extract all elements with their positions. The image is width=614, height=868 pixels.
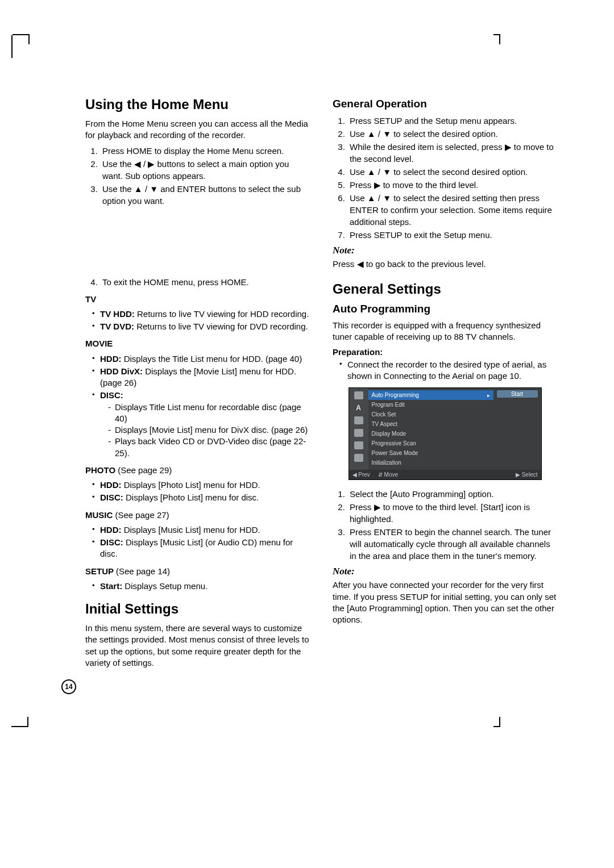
list-item: DISC: Displays [Music List] (or Audio CD… xyxy=(93,537,310,560)
osd-menu-item: Display Mode xyxy=(368,429,493,439)
list-item: Connect the recorder to the desired type… xyxy=(341,359,557,382)
osd-menu-item: Clock Set xyxy=(368,410,493,419)
list-item: HDD: Displays [Photo List] menu for HDD. xyxy=(93,479,310,491)
home-menu-intro: From the Home Menu screen you can access… xyxy=(85,118,310,141)
general-operation-steps: Press SETUP and the Setup menu appears. … xyxy=(333,115,557,241)
crop-mark-icon xyxy=(478,35,500,58)
list-item: Use ▲ / ▼ to select the desired option. xyxy=(347,128,557,140)
heading-using-home-menu: Using the Home Menu xyxy=(85,97,310,112)
chevron-right-icon: ▸ xyxy=(487,393,490,398)
note-heading: Note: xyxy=(333,244,557,257)
list-item: Start: Displays Setup menu. xyxy=(93,581,310,592)
preparation-list: Connect the recorder to the desired type… xyxy=(333,359,557,382)
list-item: Press ▶ to move to the third level. xyxy=(347,179,557,191)
crop-mark-icon xyxy=(11,703,34,726)
recording-icon xyxy=(354,441,363,449)
list-item: Displays [Movie List] menu for DivX disc… xyxy=(108,424,310,436)
category-setup: SETUP (See page 14) xyxy=(85,566,310,577)
heading-general-operation: General Operation xyxy=(333,98,557,110)
home-menu-steps-cont: To exit the HOME menu, press HOME. xyxy=(85,276,310,288)
disc-icon xyxy=(354,454,363,462)
osd-hint-select: ▶ Select xyxy=(516,471,538,478)
osd-menu-list: Auto Programming▸ Program Edit Clock Set… xyxy=(368,388,493,470)
music-options: HDD: Displays [Music List] menu for HDD.… xyxy=(85,524,310,560)
note-text: Press ◀ to go back to the previous level… xyxy=(333,258,557,270)
list-item: HDD: Displays the Title List menu for HD… xyxy=(93,353,310,365)
list-item: While the desired item is selected, pres… xyxy=(347,141,557,165)
list-item: Use the ▲ / ▼ and ENTER buttons to selec… xyxy=(100,183,310,207)
audio-icon xyxy=(354,416,363,424)
left-column: Using the Home Menu From the Home Menu s… xyxy=(85,97,310,672)
list-item: Press HOME to display the Home Menu scre… xyxy=(100,145,310,157)
list-item: Press SETUP and the Setup menu appears. xyxy=(347,115,557,127)
list-item: Press ▶ to move to the third level. [Sta… xyxy=(347,501,557,525)
initial-settings-para: In this menu system, there are several w… xyxy=(85,623,310,669)
tv-icon xyxy=(354,391,363,399)
osd-menu-item: TV Aspect xyxy=(368,419,493,429)
list-item: Press SETUP to exit the Setup menu. xyxy=(347,229,557,241)
osd-hint-prev: ◀ Prev xyxy=(352,471,370,478)
osd-action-pane: Start xyxy=(493,388,541,470)
heading-auto-programming: Auto Programming xyxy=(333,303,557,315)
list-item: HDD: Displays [Music List] menu for HDD. xyxy=(93,524,310,536)
osd-footer-hints: ◀ Prev ⇵ Move ▶ Select xyxy=(349,470,541,479)
movie-options: HDD: Displays the Title List menu for HD… xyxy=(85,353,310,459)
osd-menu-item-selected: Auto Programming▸ xyxy=(368,390,493,400)
list-item: Displays Title List menu for recordable … xyxy=(108,402,310,425)
osd-menu-item: Program Edit xyxy=(368,400,493,410)
home-menu-steps: Press HOME to display the Home Menu scre… xyxy=(85,145,310,207)
setup-options: Start: Displays Setup menu. xyxy=(85,581,310,592)
list-item: TV HDD: Returns to live TV viewing for H… xyxy=(93,308,310,320)
note-heading: Note: xyxy=(333,565,557,578)
osd-hint-move: ⇵ Move xyxy=(378,471,398,478)
page-number: 14 xyxy=(61,679,76,694)
manual-page: Using the Home Menu From the Home Menu s… xyxy=(0,0,614,868)
lock-icon xyxy=(354,429,363,437)
list-item: Use ▲ / ▼ to select the desired setting … xyxy=(347,192,557,228)
category-tv: TV xyxy=(85,294,310,305)
list-item: DISC: Displays [Photo List] menu for dis… xyxy=(93,492,310,503)
osd-menu-item: Progressive Scan xyxy=(368,439,493,448)
list-item: Select the [Auto Programming] option. xyxy=(347,488,557,500)
auto-programming-steps: Select the [Auto Programming] option. Pr… xyxy=(333,488,557,562)
category-movie: MOVIE xyxy=(85,338,310,349)
heading-initial-settings: Initial Settings xyxy=(85,601,310,617)
setup-menu-screenshot: A Auto Programming▸ Program Edit Clock S… xyxy=(349,387,542,480)
tv-options: TV HDD: Returns to live TV viewing for H… xyxy=(85,308,310,333)
osd-start-button: Start xyxy=(497,390,538,398)
list-item: HDD DivX: Displays the [Movie List] menu… xyxy=(93,366,310,389)
list-item: Plays back Video CD or DVD-Video disc (p… xyxy=(108,436,310,459)
osd-category-icons: A xyxy=(349,388,368,470)
list-item: Press ENTER to begin the channel search.… xyxy=(347,526,557,562)
auto-programming-para: This recorder is equipped with a frequen… xyxy=(333,320,557,343)
category-music: MUSIC (See page 27) xyxy=(85,510,310,521)
right-column: General Operation Press SETUP and the Se… xyxy=(333,97,557,672)
category-photo: PHOTO (See page 29) xyxy=(85,465,310,476)
list-item: TV DVD: Returns to live TV viewing for D… xyxy=(93,321,310,332)
heading-general-settings: General Settings xyxy=(333,281,557,297)
note-text: After you have connected your recorder f… xyxy=(333,579,557,625)
osd-menu-item: Power Save Mode xyxy=(368,448,493,458)
list-item: To exit the HOME menu, press HOME. xyxy=(100,276,310,288)
crop-mark-icon xyxy=(11,35,34,58)
list-item: Use ▲ / ▼ to select the second desired o… xyxy=(347,166,557,178)
photo-options: HDD: Displays [Photo List] menu for HDD.… xyxy=(85,479,310,504)
list-item: DISC: Displays Title List menu for recor… xyxy=(93,390,310,459)
osd-menu-item: Initialization xyxy=(368,458,493,468)
preparation-heading: Preparation: xyxy=(333,347,557,358)
language-icon: A xyxy=(354,404,363,412)
list-item: Use the ◀ / ▶ buttons to select a main o… xyxy=(100,158,310,182)
disc-suboptions: Displays Title List menu for recordable … xyxy=(100,402,310,459)
crop-mark-icon xyxy=(478,703,500,726)
